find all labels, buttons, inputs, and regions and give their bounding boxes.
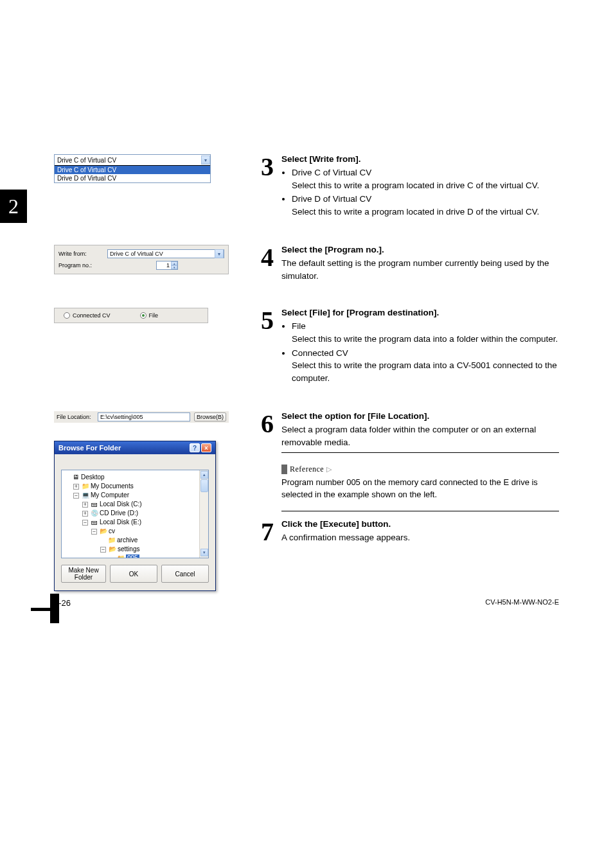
collapse-icon[interactable]: − — [91, 529, 97, 535]
write-from-value: Drive C of Virtual CV — [110, 251, 163, 257]
bullet-body: Select this to write a program located i… — [292, 207, 539, 217]
make-new-folder-button[interactable]: Make New Folder — [61, 565, 106, 583]
step-title: Select [Write from]. — [281, 154, 559, 164]
radio-file[interactable]: File — [140, 312, 159, 319]
radio-icon — [140, 312, 147, 319]
folder-open-icon: 📂 — [108, 545, 116, 554]
bullet-head: File — [292, 321, 306, 331]
step-body: Select a program data folder within the … — [281, 423, 559, 448]
divider — [281, 511, 559, 511]
dialog-title: Browse For Folder — [58, 444, 121, 452]
step-number: 4 — [253, 245, 281, 270]
divider — [281, 452, 559, 453]
file-location-input[interactable]: E:\cv\setting\005 — [98, 412, 190, 421]
combo-option[interactable]: Drive D of Virtual CV — [55, 174, 210, 182]
folder-open-icon: 📂 — [99, 527, 107, 536]
step-title: Select the option for [File Location]. — [281, 411, 559, 421]
disk-icon: 🖴 — [90, 500, 98, 509]
write-from-dropdown[interactable]: Drive C of Virtual CV ▾ Drive C of Virtu… — [54, 154, 211, 183]
doc-code: CV-H5N-M-WW-NO2-E — [485, 598, 559, 608]
step-number: 5 — [253, 308, 281, 333]
combo-option[interactable]: Drive C of Virtual CV — [55, 166, 210, 174]
bullet-body: Select this to write the program data in… — [292, 334, 558, 344]
reference-label: Reference ▷ — [281, 465, 332, 474]
chevron-down-icon[interactable]: ▾ — [215, 249, 224, 258]
step-3: Drive C of Virtual CV ▾ Drive C of Virtu… — [54, 154, 559, 219]
tree-item[interactable]: CD Drive (D:) — [100, 509, 138, 517]
chapter-tab: 2 — [0, 190, 27, 223]
file-location-row: File Location: E:\cv\setting\005 Browse(… — [54, 411, 229, 423]
write-from-label: Write from: — [58, 251, 107, 257]
radio-connected-cv[interactable]: Connected CV — [64, 312, 111, 319]
cd-icon: 💿 — [90, 509, 98, 518]
bullet-head: Connected CV — [292, 348, 348, 358]
tree-item[interactable]: My Computer — [91, 492, 129, 499]
tree-item[interactable]: Local Disk (C:) — [100, 500, 142, 508]
combo-display: Drive C of Virtual CV — [57, 157, 116, 164]
program-no-label: Program no.: — [58, 262, 107, 269]
scrollbar[interactable]: ▴ ▾ — [199, 470, 208, 558]
ok-button[interactable]: OK — [110, 565, 157, 583]
browse-for-folder-dialog: Browse For Folder ? × 🖥Desktop +📁My Docu… — [54, 441, 216, 591]
step-body: A confirmation message appears. — [281, 531, 410, 544]
cancel-button[interactable]: Cancel — [161, 565, 209, 583]
step-6: File Location: E:\cv\setting\005 Browse(… — [54, 411, 559, 591]
page-footer: 2-26 CV-H5N-M-WW-NO2-E — [54, 598, 559, 608]
scroll-down-icon[interactable]: ▾ — [200, 549, 208, 556]
destination-panel: Connected CV File — [54, 308, 208, 323]
bullet-body: Select this to write the program data in… — [292, 360, 557, 383]
radio-label: Connected CV — [73, 312, 111, 319]
write-from-select[interactable]: Drive C of Virtual CV ▾ — [107, 249, 224, 258]
file-location-value: E:\cv\setting\005 — [100, 414, 143, 420]
bullet-head: Drive C of Virtual CV — [292, 168, 371, 177]
flag-icon: ▷ — [326, 465, 332, 474]
radio-label: File — [149, 312, 159, 319]
folder-icon: 📁 — [116, 554, 125, 558]
step-4: Write from: Drive C of Virtual CV ▾ Prog… — [54, 245, 559, 282]
tree-item[interactable]: Local Disk (E:) — [100, 518, 141, 526]
step-body: The default setting is the program numbe… — [281, 257, 559, 282]
dialog-titlebar[interactable]: Browse For Folder ? × — [55, 441, 215, 454]
collapse-icon[interactable]: − — [73, 493, 79, 499]
expand-icon[interactable]: + — [82, 511, 88, 517]
disk-icon: 🖴 — [90, 518, 98, 527]
tree-item[interactable]: settings — [118, 545, 139, 553]
step-5: Connected CV File 5 Select [File] for [P… — [54, 308, 559, 385]
footer-marker — [50, 594, 59, 623]
desktop-icon: 🖥 — [71, 473, 80, 482]
step-title: Select [File] for [Program destination]. — [281, 308, 559, 317]
close-icon[interactable]: × — [201, 443, 211, 452]
chevron-down-icon[interactable]: ▾ — [201, 155, 210, 164]
reference-body: Program number 005 on the memory card co… — [281, 477, 559, 500]
scroll-thumb[interactable] — [200, 479, 208, 492]
write-from-panel: Write from: Drive C of Virtual CV ▾ Prog… — [54, 245, 229, 274]
step-number: 3 — [253, 154, 281, 180]
expand-icon[interactable]: + — [73, 484, 79, 490]
computer-icon: 💻 — [81, 491, 89, 500]
spinner-down-icon[interactable]: ▾ — [171, 265, 177, 269]
folder-icon: 📁 — [107, 536, 116, 545]
folder-icon: 📁 — [81, 482, 89, 491]
scroll-up-icon[interactable]: ▴ — [200, 471, 208, 479]
collapse-icon[interactable]: − — [82, 520, 88, 526]
folder-tree[interactable]: 🖥Desktop +📁My Documents −💻My Computer +🖴… — [61, 470, 209, 558]
browse-button[interactable]: Browse(B) — [194, 412, 226, 421]
step-title: Select the [Program no.]. — [281, 245, 559, 254]
tree-item-selected[interactable]: 005 — [126, 554, 139, 558]
tree-item[interactable]: cv — [109, 527, 115, 535]
radio-icon — [64, 312, 70, 319]
collapse-icon[interactable]: − — [100, 547, 106, 553]
step-title: Click the [Execute] button. — [281, 519, 410, 529]
tree-item[interactable]: Desktop — [81, 474, 105, 481]
file-location-label: File Location: — [57, 414, 94, 420]
tree-item[interactable]: My Documents — [91, 483, 134, 490]
bullet-head: Drive D of Virtual CV — [292, 194, 371, 204]
step-number: 7 — [253, 519, 281, 545]
expand-icon[interactable]: + — [82, 502, 88, 508]
step-number: 6 — [253, 411, 281, 437]
program-no-input[interactable]: 1 ▴▾ — [156, 261, 178, 270]
program-no-value: 1 — [166, 262, 170, 269]
help-icon[interactable]: ? — [190, 443, 200, 452]
bullet-body: Select this to write a program located i… — [292, 181, 539, 190]
tree-item[interactable]: archive — [117, 536, 138, 544]
